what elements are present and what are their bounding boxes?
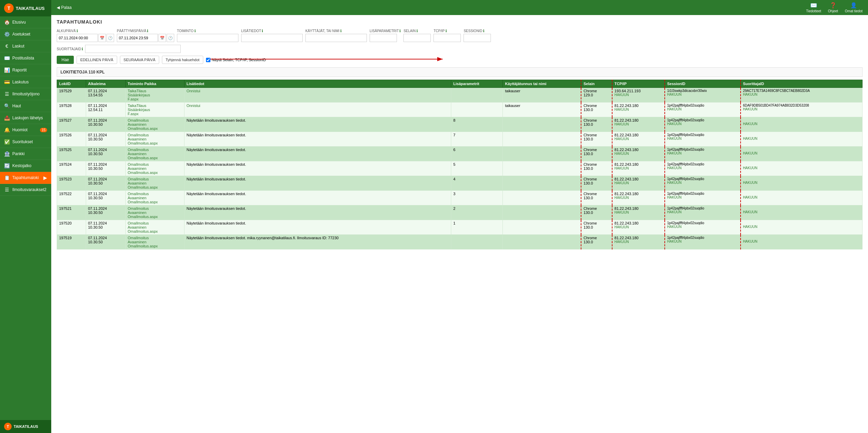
sidebar-item-postituslista[interactable]: ✉️ Postituslista xyxy=(0,52,51,64)
tcpip-hakuun-link[interactable]: HAKUUN xyxy=(615,152,662,155)
tcpip-hakuun-link[interactable]: HAKUUN xyxy=(615,225,662,229)
sidebar-icon-10: ✅ xyxy=(4,139,10,145)
sidebar-item-laskutus[interactable]: 💳 Laskutus xyxy=(0,76,51,88)
sidebar-item-ilmoitustyöjono[interactable]: ☰ Ilmoitustyöjono xyxy=(0,88,51,100)
alkupaiva-input[interactable] xyxy=(57,34,98,42)
tcpip-input[interactable] xyxy=(433,34,461,42)
selain-input[interactable] xyxy=(403,34,431,42)
ohjeet-button[interactable]: ❓ Ohjeet xyxy=(828,2,838,13)
sidebar-item-tapahtumaloki[interactable]: 📋 Tapahtumaloki ▶ xyxy=(0,172,51,184)
lisatiedot-link[interactable]: Onnistui xyxy=(187,89,200,93)
cell-kayttaja: taikauser xyxy=(503,88,581,103)
cell-alkaleima: 07.11.202410.30.50 xyxy=(86,191,125,205)
suorittajaid-hakuun-link[interactable]: HAKUUN xyxy=(743,166,860,170)
selain-info-icon: ℹ xyxy=(416,29,418,33)
cell-lokiid: 197519 xyxy=(57,235,86,249)
suorittajaid-hakuun-link[interactable]: HAKUUN xyxy=(743,240,860,243)
tcpip-hakuun-link[interactable]: HAKUUN xyxy=(615,196,662,200)
lisatiedot-input[interactable] xyxy=(241,34,303,42)
tcpip-hakuun-link[interactable]: HAKUUN xyxy=(615,122,662,126)
suorittajaid-hakuun-link[interactable]: HAKUUN xyxy=(743,107,860,111)
suorittajaid-hakuun-link[interactable]: HAKUUN xyxy=(743,122,860,126)
sessionid-hakuun-link[interactable]: HAKUUN xyxy=(667,107,738,111)
toiminto-label: TOIMINTO ℹ xyxy=(177,29,238,33)
sidebar-item-suoritukset[interactable]: ✅ Suoritukset xyxy=(0,136,51,148)
sidebar-item-raportit[interactable]: 📊 Raportit xyxy=(0,64,51,76)
alkupaiva-group: ALKUPÄIVÄ ℹ 📅 🕐 xyxy=(57,29,114,42)
suorittajaid-hakuun-link[interactable]: HAKUUN xyxy=(743,195,860,199)
sidebar-item-asetukset[interactable]: ⚙️ Asetukset xyxy=(0,28,51,40)
sidebar-item-pankki[interactable]: 🏦 Pankki xyxy=(0,148,51,160)
sidebar-item-haut[interactable]: 🔍 Haut xyxy=(0,100,51,112)
cell-selain: Chrome130.0 xyxy=(581,103,612,117)
sessionid-hakuun-link[interactable]: HAKUUN xyxy=(667,225,738,229)
alkupaiva-input-row: 📅 🕐 xyxy=(57,34,114,42)
suorittajaid-hakuun-link[interactable]: HAKUUN xyxy=(743,151,860,155)
sessionid-hakuun-link[interactable]: HAKUUN xyxy=(667,240,738,243)
paattymispaiva-input[interactable] xyxy=(117,34,158,42)
tcpip-hakuun-link[interactable]: HAKUUN xyxy=(615,181,662,185)
sessionid-hakuun-link[interactable]: HAKUUN xyxy=(667,210,738,214)
sessionid-input[interactable] xyxy=(464,34,491,42)
sessionid-hakuun-link[interactable]: HAKUUN xyxy=(667,93,738,96)
cell-sessionid: 1p42pajffft4pbx02suqdioHAKUUN xyxy=(665,191,741,205)
sessionid-hakuun-link[interactable]: HAKUUN xyxy=(667,181,738,185)
cell-alkaleima: 07.11.202410.30.50 xyxy=(86,132,125,147)
suorittajaid-hakuun-link[interactable]: HAKUUN xyxy=(743,181,860,185)
sessionid-hakuun-link[interactable]: HAKUUN xyxy=(667,137,738,140)
tiedotteet-button[interactable]: ✉️ Tiedotteet xyxy=(806,2,821,13)
alkupaiva-calendar-icon[interactable]: 📅 xyxy=(98,34,106,42)
lisaparametrit-input[interactable] xyxy=(370,34,397,42)
sidebar-icon-3: ✉️ xyxy=(4,55,10,61)
sidebar-label-9: Huomiot xyxy=(12,127,28,132)
sidebar-label-1: Asetukset xyxy=(12,32,30,37)
suorittajaid-hakuun-link[interactable]: HAKUUN xyxy=(743,137,860,140)
sessionid-hakuun-link[interactable]: HAKUUN xyxy=(667,151,738,155)
suorittajaid-hakuun-link[interactable]: HAKUUN xyxy=(743,225,860,229)
hae-button[interactable]: Hae xyxy=(57,56,74,64)
edellinen-paiva-button[interactable]: EDELLINEN PÄIVÄ xyxy=(77,56,117,64)
tcpip-hakuun-link[interactable]: HAKUUN xyxy=(615,137,662,141)
tyhjenna-button[interactable]: Tyhjennä hakuehdot xyxy=(162,56,203,64)
lisatiedot-link[interactable]: Onnistui xyxy=(187,104,200,108)
tcpip-hakuun-link[interactable]: HAKUUN xyxy=(615,166,662,170)
sidebar-item-kestojatko[interactable]: 🔄 Kestojatko xyxy=(0,160,51,172)
paattymispaiva-calendar-icon[interactable]: 📅 xyxy=(159,34,166,42)
paattymispaiva-clock-icon[interactable]: 🕐 xyxy=(167,34,174,42)
th-lokiid: LokiID xyxy=(57,80,86,88)
tcpip-hakuun-link[interactable]: HAKUUN xyxy=(615,93,662,97)
tcpip-hakuun-link[interactable]: HAKUUN xyxy=(615,108,662,111)
tcpip-hakuun-link[interactable]: HAKUUN xyxy=(615,240,662,244)
records-count: LOKITIETOJA 110 KPL xyxy=(57,67,863,77)
sidebar-item-laskut[interactable]: € Laskut xyxy=(0,40,51,52)
cell-lokiid: 197527 xyxy=(57,117,86,132)
sessionid-hakuun-link[interactable]: HAKUUN xyxy=(667,195,738,199)
sessionid-hakuun-link[interactable]: HAKUUN xyxy=(667,166,738,170)
toiminto-input[interactable] xyxy=(177,34,238,42)
alkupaiva-clock-icon[interactable]: 🕐 xyxy=(107,34,114,42)
omat-tiedot-button[interactable]: 👤 Omat tiedot xyxy=(845,2,863,13)
sidebar-item-laskujen-lähetys[interactable]: 📤 Laskujen lähetys xyxy=(0,112,51,124)
suorittajaid-input[interactable] xyxy=(85,45,181,53)
cell-kayttaja xyxy=(503,220,581,235)
sidebar-item-huomiot[interactable]: 🔔 Huomiot 15 xyxy=(0,124,51,136)
back-button[interactable]: ◀ Palaa xyxy=(57,5,72,10)
sidebar-item-etusivu[interactable]: 🏠 Etusivu xyxy=(0,16,51,28)
th-lisatiedot: Lisätiedot xyxy=(184,80,451,88)
suorittajaid-hakuun-link[interactable]: HAKUUN xyxy=(743,93,860,96)
sidebar-icon-7: 🔍 xyxy=(4,103,10,109)
cell-selain: Chrome130.0 xyxy=(581,176,612,191)
sessionid-hakuun-link[interactable]: HAKUUN xyxy=(667,122,738,126)
suorittajaid-hakuun-link[interactable]: HAKUUN xyxy=(743,210,860,214)
cell-kayttaja xyxy=(503,147,581,161)
seuraava-paiva-button[interactable]: SEURAAVA PÄIVÄ xyxy=(120,56,159,64)
cell-tcpip: 193.64.211.193HAKUUN xyxy=(612,88,665,103)
nayta-checkbox[interactable] xyxy=(206,58,210,62)
tcpip-hakuun-link[interactable]: HAKUUN xyxy=(615,211,662,214)
nayta-checkbox-label[interactable]: Näytä Selain, TCP/IP, SessionID xyxy=(206,58,266,62)
sidebar-item-ilmoitusvaraukset2[interactable]: ☰ Ilmoitusvaraukset2 xyxy=(0,184,51,196)
cell-sessionid: 1p42pajffft4pbx02suqdioHAKUUN xyxy=(665,235,741,249)
kayttajat-input[interactable] xyxy=(305,34,367,42)
cell-alkaleima: 07.11.202410.30.50 xyxy=(86,161,125,176)
cell-sessionid: 1p42pajffft4pbx02suqdioHAKUUN xyxy=(665,147,741,161)
